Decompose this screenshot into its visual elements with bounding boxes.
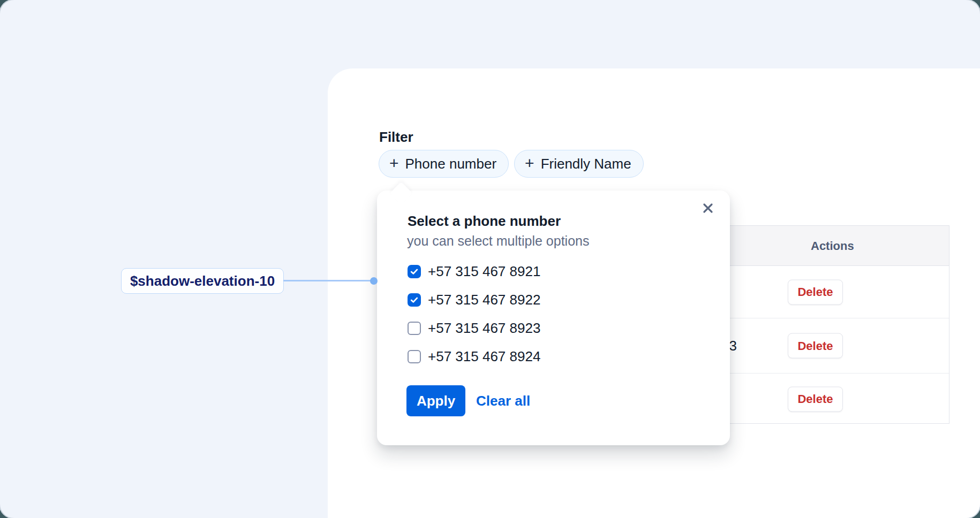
phone-option[interactable]: +57 315 467 8924 <box>408 349 540 363</box>
popover-subtitle: you can select multiple options <box>407 233 589 249</box>
checkbox-unchecked[interactable] <box>408 350 421 363</box>
phone-option-label: +57 315 467 8922 <box>428 292 540 308</box>
phone-number-filter-popover: Select a phone number you can select mul… <box>377 191 730 445</box>
close-button[interactable] <box>700 200 716 216</box>
filter-chip-phone-number[interactable]: + Phone number <box>379 150 509 178</box>
annotation-connector-line <box>283 280 371 281</box>
filter-chip-label: Phone number <box>405 156 497 172</box>
phone-option[interactable]: +57 315 467 8921 <box>408 264 540 278</box>
plus-icon: + <box>525 155 534 171</box>
checkmark-icon <box>410 267 419 276</box>
clear-all-link[interactable]: Clear all <box>476 393 530 409</box>
filter-chip-friendly-name[interactable]: + Friendly Name <box>514 150 644 178</box>
popover-actions: Apply Clear all <box>406 385 530 416</box>
phone-number-options: +57 315 467 8921 +57 315 467 8922 +57 31… <box>408 264 540 363</box>
actions-column-header: Actions <box>811 239 854 253</box>
phone-option-label: +57 315 467 8924 <box>428 348 540 365</box>
delete-button[interactable]: Delete <box>788 386 843 412</box>
phone-option[interactable]: +57 315 467 8922 <box>408 293 540 307</box>
phone-option-label: +57 315 467 8921 <box>428 263 540 280</box>
close-icon <box>702 202 714 214</box>
filter-chip-label: Friendly Name <box>541 156 631 172</box>
phone-option[interactable]: +57 315 467 8923 <box>408 321 540 335</box>
delete-button[interactable]: Delete <box>788 279 843 304</box>
phone-option-label: +57 315 467 8923 <box>428 320 540 337</box>
checkmark-icon <box>410 295 419 304</box>
delete-button[interactable]: Delete <box>788 333 843 359</box>
plus-icon: + <box>389 155 399 171</box>
checkbox-checked[interactable] <box>408 293 421 307</box>
popover-title: Select a phone number <box>408 213 561 230</box>
filter-chip-row: + Phone number + Friendly Name <box>379 150 644 178</box>
shadow-token-annotation: $shadow-elevation-10 <box>121 268 284 294</box>
checkbox-checked[interactable] <box>408 265 421 278</box>
filter-heading: Filter <box>379 129 413 146</box>
apply-button[interactable]: Apply <box>406 385 465 416</box>
page-card: Filter + Phone number + Friendly Name Ac… <box>0 0 980 518</box>
checkbox-unchecked[interactable] <box>408 322 421 335</box>
annotation-connector-dot <box>370 277 378 285</box>
